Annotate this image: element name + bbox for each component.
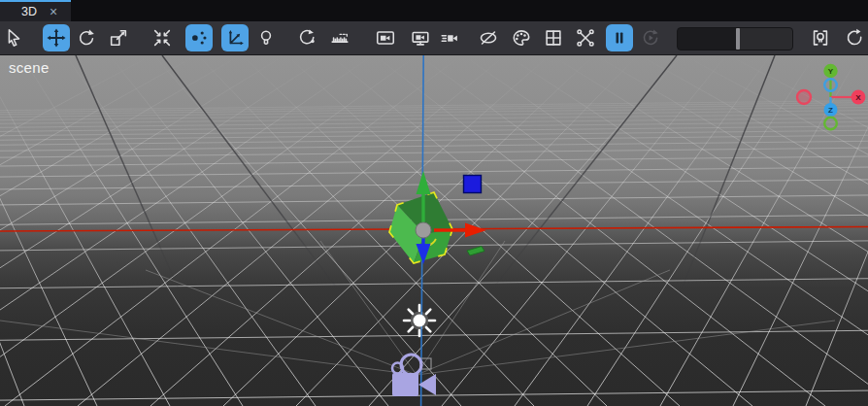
toolbar (0, 21, 868, 55)
navball-y-negative[interactable] (824, 118, 837, 130)
show-joints-button[interactable] (572, 24, 599, 51)
camera-view-button[interactable] (372, 24, 399, 51)
camera-reel-large (401, 355, 421, 375)
orbit-mode-button[interactable] (293, 24, 320, 51)
pause-simulation-button[interactable] (606, 24, 633, 51)
transform-space-button[interactable] (221, 24, 249, 51)
grid-toggle-button[interactable] (540, 24, 567, 51)
camera-speed-slider[interactable] (677, 27, 793, 51)
light-probe-button[interactable] (807, 24, 834, 51)
tab-3d[interactable]: 3D × (0, 0, 71, 21)
navball-y-label: Y (828, 67, 834, 76)
viewport-3d[interactable]: Y X Z scene (0, 55, 868, 406)
focus-selection-button[interactable] (149, 24, 176, 51)
scale-tool-button[interactable] (105, 24, 132, 51)
select-tool-button[interactable] (0, 24, 27, 51)
lighting-toggle-button[interactable] (252, 24, 280, 51)
move-tool-button[interactable] (43, 24, 70, 51)
gizmo-plane-handle-green[interactable] (467, 247, 484, 256)
gizmo-center-handle[interactable] (416, 222, 431, 238)
tab-bar: 3D × (0, 0, 868, 21)
measure-ruler-button[interactable] (326, 24, 353, 51)
render-preview-button[interactable] (407, 24, 434, 51)
scene-name-label: scene (9, 59, 50, 76)
toggle-hidden-button[interactable] (475, 24, 502, 51)
axis-navball[interactable]: Y X Z (797, 64, 865, 130)
camera-speed-button[interactable] (436, 24, 463, 51)
navball-x-negative[interactable] (797, 90, 811, 104)
navball-x-label: X (855, 93, 861, 102)
slider-handle[interactable] (736, 28, 740, 50)
tab-label: 3D (21, 5, 37, 18)
gizmo-x-arrowhead[interactable] (465, 223, 486, 238)
camera-body (392, 373, 418, 396)
play-animation-button[interactable] (637, 24, 664, 51)
navball-z-label: Z (828, 106, 833, 115)
reset-view-button[interactable] (841, 24, 868, 51)
gizmo-plane-handle-blue[interactable] (464, 176, 482, 193)
viewport-canvas: Y X Z (0, 55, 868, 406)
material-palette-button[interactable] (508, 24, 535, 51)
snap-vertex-button[interactable] (185, 24, 213, 51)
camera-gizmo[interactable] (392, 355, 436, 396)
tab-close-icon[interactable]: × (50, 5, 57, 18)
rotate-tool-button[interactable] (73, 24, 100, 51)
light-gizmo[interactable] (404, 305, 435, 336)
